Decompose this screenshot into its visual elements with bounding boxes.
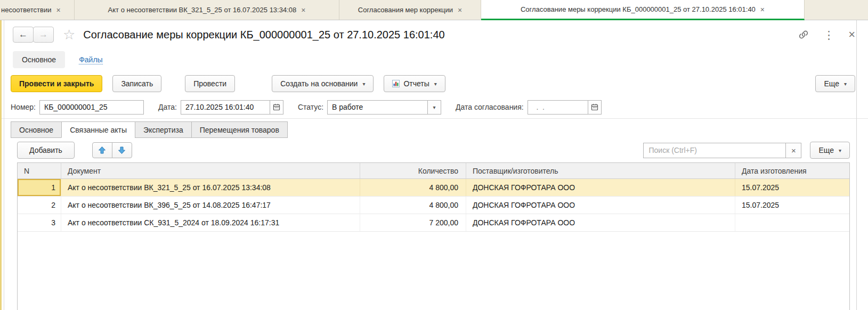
calendar-icon[interactable] bbox=[270, 100, 283, 115]
post-and-close-button[interactable]: Провести и закрыть bbox=[11, 75, 102, 92]
window-border-right bbox=[856, 20, 857, 310]
window-tab-label: несоответствии bbox=[1, 6, 51, 14]
back-icon: ← bbox=[19, 29, 28, 39]
cell-num[interactable]: 2 bbox=[18, 197, 61, 214]
nav-link-files[interactable]: Файлы bbox=[79, 55, 102, 64]
reports-button[interactable]: Отчеты ▾ bbox=[384, 75, 445, 92]
status-combobox[interactable] bbox=[327, 100, 427, 115]
forward-icon: → bbox=[39, 29, 48, 39]
cell-made-date[interactable]: 15.07.2025 bbox=[735, 179, 849, 196]
table-header-row: N Документ Количество Поставщик/изготови… bbox=[18, 163, 849, 179]
document-fields: Номер: Дата: Статус: ▾ Дата согласования… bbox=[0, 96, 868, 118]
window-tab-approval-active[interactable]: Согласование меры коррекции КБ_000000001… bbox=[481, 0, 805, 20]
cell-supplier[interactable]: ДОНСКАЯ ГОФРОТАРА ООО bbox=[466, 214, 735, 231]
write-button[interactable]: Записать bbox=[112, 75, 161, 92]
tab-related-acts[interactable]: Связанные акты bbox=[61, 121, 135, 138]
cell-document[interactable]: Акт о несоответствии СК_931_5_2024 от 18… bbox=[61, 214, 360, 231]
column-header-quantity[interactable]: Количество bbox=[360, 163, 466, 178]
reports-label: Отчеты bbox=[403, 79, 429, 88]
cell-quantity[interactable]: 4 800,00 bbox=[360, 179, 466, 196]
favorite-star-icon[interactable]: ☆ bbox=[63, 28, 75, 42]
window-tab-approvals-list[interactable]: Согласования мер коррекции × bbox=[339, 0, 481, 20]
status-label: Статус: bbox=[298, 103, 323, 111]
column-header-document[interactable]: Документ bbox=[61, 163, 360, 178]
window-tab-truncated[interactable]: несоответствии × bbox=[0, 0, 75, 20]
move-down-button[interactable] bbox=[112, 142, 132, 158]
number-field[interactable] bbox=[39, 100, 144, 115]
create-based-on-button[interactable]: Создать на основании ▾ bbox=[272, 75, 374, 92]
close-form-icon[interactable]: × bbox=[848, 29, 855, 40]
approval-date-label: Дата согласования: bbox=[456, 103, 524, 111]
chevron-down-icon: ▾ bbox=[433, 104, 436, 110]
section-accent-strip bbox=[0, 20, 2, 310]
calendar-icon[interactable] bbox=[588, 100, 602, 115]
column-header-made-date[interactable]: Дата изготовления bbox=[735, 163, 849, 178]
table-row[interactable]: 3 Акт о несоответствии СК_931_5_2024 от … bbox=[18, 214, 849, 232]
history-nav: ← → bbox=[13, 27, 54, 43]
tab-close-icon[interactable]: × bbox=[760, 5, 765, 14]
table-row[interactable]: 2 Акт о несоответствии ВК_396_5_25 от 14… bbox=[18, 197, 849, 214]
cell-made-date[interactable] bbox=[735, 214, 849, 231]
create-based-on-label: Создать на основании bbox=[280, 79, 358, 88]
date-field-group: Дата: bbox=[158, 100, 283, 115]
command-bar: Провести и закрыть Записать Провести Соз… bbox=[0, 71, 868, 96]
chevron-down-icon: ▾ bbox=[434, 81, 437, 87]
approval-date-field[interactable] bbox=[528, 100, 588, 115]
number-field-group: Номер: bbox=[11, 100, 144, 115]
more-label: Еще bbox=[818, 146, 834, 154]
tab-goods-movements[interactable]: Перемещения товаров bbox=[191, 121, 288, 138]
status-dropdown-button[interactable]: ▾ bbox=[427, 100, 441, 115]
cell-made-date[interactable]: 15.07.2025 bbox=[735, 197, 849, 214]
report-chart-icon bbox=[392, 80, 400, 87]
chevron-down-icon: ▾ bbox=[839, 148, 841, 153]
cell-num[interactable]: 3 bbox=[18, 214, 61, 231]
approval-date-field-group: Дата согласования: bbox=[456, 100, 602, 115]
related-acts-table: N Документ Количество Поставщик/изготови… bbox=[17, 162, 850, 310]
window-tab-label: Согласования мер коррекции bbox=[358, 6, 453, 14]
tab-close-icon[interactable]: × bbox=[56, 6, 60, 14]
table-more-button[interactable]: Еще ▾ bbox=[810, 142, 850, 159]
status-field-group: Статус: ▾ bbox=[298, 100, 441, 115]
search-clear-icon[interactable]: × bbox=[785, 143, 801, 158]
tab-expertise[interactable]: Экспертиза bbox=[135, 121, 191, 138]
tab-close-icon[interactable]: × bbox=[458, 6, 462, 14]
add-row-button[interactable]: Добавить bbox=[17, 142, 75, 159]
tab-main[interactable]: Основное bbox=[11, 121, 61, 138]
tab-close-icon[interactable]: × bbox=[301, 6, 305, 14]
search-input[interactable] bbox=[643, 143, 786, 158]
move-up-button[interactable] bbox=[92, 142, 112, 158]
cell-num[interactable]: 1 bbox=[18, 179, 61, 196]
tab-bar-filler bbox=[805, 0, 868, 20]
table-row[interactable]: 1 Акт о несоответствии ВК_321_5_25 от 16… bbox=[18, 179, 849, 197]
column-header-n[interactable]: N bbox=[18, 163, 61, 178]
chevron-down-icon: ▾ bbox=[844, 81, 847, 87]
nav-link-main[interactable]: Основное bbox=[13, 51, 65, 68]
forward-button[interactable]: → bbox=[33, 27, 54, 43]
get-link-icon[interactable] bbox=[798, 29, 809, 40]
date-field[interactable] bbox=[181, 100, 270, 115]
table-toolbar: Добавить × Еще ▾ bbox=[17, 138, 850, 162]
cell-supplier[interactable]: ДОНСКАЯ ГОФРОТАРА ООО bbox=[466, 179, 735, 196]
number-label: Номер: bbox=[11, 103, 36, 111]
window-tab-bar: несоответствии × Акт о несоответствии ВК… bbox=[0, 0, 868, 20]
cell-supplier[interactable]: ДОНСКАЯ ГОФРОТАРА ООО bbox=[466, 197, 735, 214]
document-title-bar: ← → ☆ Согласование меры коррекции КБ_000… bbox=[0, 20, 868, 48]
window-tab-act[interactable]: Акт о несоответствии ВК_321_5_25 от 16.0… bbox=[75, 0, 339, 20]
cell-document[interactable]: Акт о несоответствии ВК_396_5_25 от 14.0… bbox=[61, 197, 360, 214]
window-tab-label: Согласование меры коррекции КБ_000000001… bbox=[521, 5, 756, 13]
column-header-supplier[interactable]: Поставщик/изготовитель bbox=[466, 163, 735, 178]
arrow-up-icon bbox=[98, 146, 106, 154]
post-button[interactable]: Провести bbox=[185, 75, 235, 92]
table-empty-area bbox=[18, 232, 849, 310]
cell-document[interactable]: Акт о несоответствии ВК_321_5_25 от 16.0… bbox=[61, 179, 360, 196]
form-navigation: Основное Файлы bbox=[0, 48, 868, 71]
cell-quantity[interactable]: 4 800,00 bbox=[360, 197, 466, 214]
page-title: Согласование меры коррекции КБ_000000001… bbox=[83, 29, 444, 41]
window-tab-label: Акт о несоответствии ВК_321_5_25 от 16.0… bbox=[108, 6, 297, 14]
back-button[interactable]: ← bbox=[13, 27, 34, 43]
date-label: Дата: bbox=[158, 103, 177, 111]
more-menu-icon[interactable]: ⋮ bbox=[823, 29, 834, 40]
arrow-down-icon bbox=[118, 146, 126, 154]
cell-quantity[interactable]: 7 200,00 bbox=[360, 214, 466, 231]
form-more-button[interactable]: Еще ▾ bbox=[815, 75, 855, 92]
